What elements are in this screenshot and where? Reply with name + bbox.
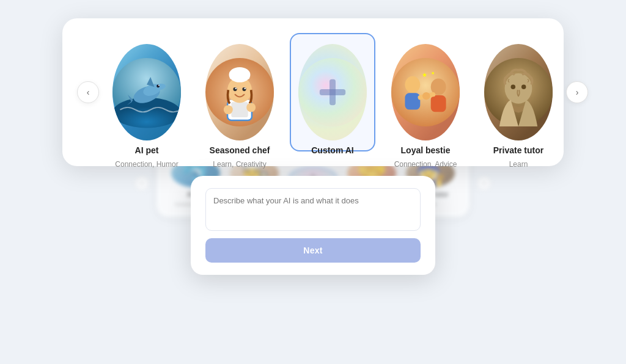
ai-card-chef[interactable]: Seasoned chef Learn, Creativity: [197, 33, 282, 151]
svg-point-36: [505, 73, 532, 104]
bestie-subtitle: Connection, Advice: [394, 160, 457, 169]
svg-rect-30: [431, 95, 446, 112]
chef-title: Seasoned chef: [210, 145, 270, 155]
svg-point-9: [158, 85, 160, 86]
chef-avatar: [205, 44, 274, 140]
svg-point-22: [246, 103, 256, 112]
svg-point-26: [391, 58, 460, 126]
next-button[interactable]: Next: [205, 238, 421, 263]
bestie-avatar: ★ ★: [391, 44, 460, 140]
pet-title: AI pet: [135, 145, 159, 155]
svg-text:★: ★: [422, 71, 427, 78]
ai-description-input[interactable]: [205, 188, 421, 231]
ai-selection-card: ‹: [62, 18, 564, 166]
ai-card-custom[interactable]: Custom AI: [290, 33, 375, 151]
svg-rect-13: [231, 102, 248, 117]
next-arrow-button[interactable]: ›: [566, 81, 588, 103]
svg-point-18: [242, 87, 246, 91]
custom-title: Custom AI: [311, 145, 353, 155]
svg-point-38: [521, 85, 526, 89]
ai-card-bestie[interactable]: ★ ★ Loyal bestie Connection, Advice: [383, 33, 468, 151]
svg-point-16: [229, 67, 251, 82]
svg-text:★: ★: [431, 70, 435, 76]
svg-point-20: [244, 88, 245, 89]
svg-rect-25: [320, 89, 345, 95]
tutor-subtitle: Learn: [509, 160, 528, 169]
svg-point-32: [422, 92, 430, 100]
custom-ai-modal: Next: [191, 176, 435, 275]
svg-point-17: [233, 87, 237, 91]
pet-avatar: [112, 44, 181, 140]
pet-subtitle: Connection, Humor: [115, 160, 178, 169]
svg-point-21: [224, 105, 233, 114]
svg-point-37: [511, 85, 515, 89]
ai-card-tutor[interactable]: Private tutor Learn: [476, 33, 561, 151]
svg-point-27: [405, 76, 420, 93]
custom-avatar: [298, 44, 367, 140]
chef-subtitle: Learn, Creativity: [213, 160, 266, 169]
bestie-title: Loyal bestie: [401, 145, 451, 155]
svg-point-19: [235, 88, 237, 89]
ai-card-pet[interactable]: AI pet Connection, Humor: [104, 33, 190, 151]
next-arrow-icon: ›: [576, 87, 579, 97]
tutor-avatar: [484, 44, 553, 140]
svg-rect-28: [405, 93, 420, 109]
foreground-container: ‹: [62, 18, 564, 275]
prev-arrow-icon: ‹: [87, 87, 90, 97]
prev-arrow-button[interactable]: ‹: [77, 81, 99, 103]
ai-cards-row: AI pet Connection, Humor: [104, 33, 561, 151]
tutor-title: Private tutor: [493, 145, 543, 155]
